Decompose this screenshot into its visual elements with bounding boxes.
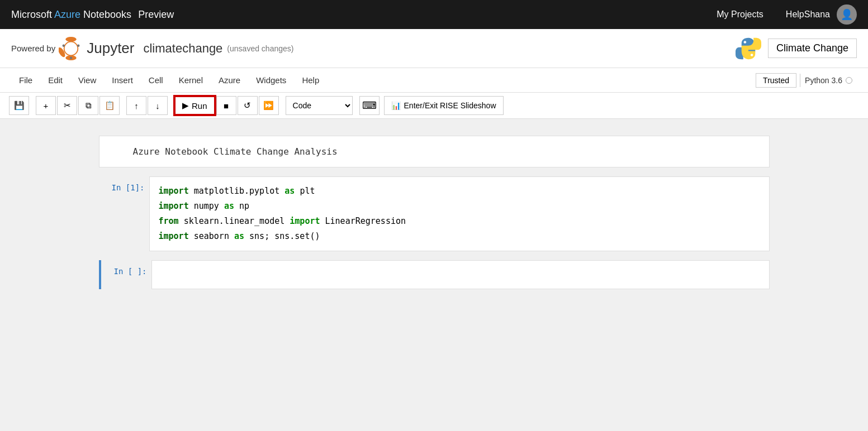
cell-type-select[interactable]: Code Markdown Raw NBConvert [286, 96, 353, 115]
markdown-cell-text: Azure Notebook Climate Change Analysis [133, 146, 338, 157]
run-icon: ▶ [182, 100, 189, 111]
top-nav-right: Shana 👤 [804, 4, 857, 25]
code-text-4: seaborn [194, 231, 234, 241]
menu-azure[interactable]: Azure [211, 71, 248, 89]
keyword-as-4: as [234, 231, 244, 241]
code-line-2: import numpy as np [159, 199, 760, 214]
paste-button[interactable]: 📋 [99, 96, 120, 115]
top-navigation: Microsoft Azure Notebooks Preview My Pro… [0, 0, 868, 29]
notebook-name[interactable]: climatechange [143, 41, 222, 56]
trusted-button[interactable]: Trusted [756, 73, 796, 88]
brand-area: Microsoft Azure Notebooks Preview [11, 9, 717, 21]
brand-text: Microsoft Azure Notebooks [11, 9, 131, 21]
help-link[interactable]: Help [786, 9, 804, 20]
run-button[interactable]: ▶ Run [174, 96, 215, 115]
keyword-as-2: as [224, 201, 234, 211]
my-projects-link[interactable]: My Projects [717, 9, 763, 20]
code-cell-1: In [1]: import matplotlib.pyplot as plt … [99, 176, 770, 251]
move-down-button[interactable]: ↓ [148, 96, 168, 115]
jupyter-logo-icon [59, 36, 83, 61]
menu-file[interactable]: File [11, 71, 40, 89]
active-cell: In [ ]: [99, 260, 770, 289]
avatar[interactable]: 👤 [837, 4, 857, 25]
slideshow-label: Enter/Exit RISE Slideshow [404, 101, 496, 110]
top-nav-links: My Projects Help [717, 9, 804, 20]
menu-widgets[interactable]: Widgets [248, 71, 294, 89]
username-label: Shana [804, 9, 830, 20]
fast-forward-icon: ⏩ [263, 100, 274, 111]
restart-icon: ↺ [244, 100, 251, 111]
menu-cell[interactable]: Cell [141, 71, 171, 89]
menu-insert[interactable]: Insert [104, 71, 141, 89]
avatar-icon: 👤 [841, 8, 853, 21]
azure-text: Azure [54, 9, 80, 20]
notebook-content: Azure Notebook Climate Change Analysis I… [99, 136, 770, 289]
code-text-3: sklearn.linear_model [184, 216, 290, 226]
save-icon: 💾 [14, 100, 25, 111]
menu-bar: File Edit View Insert Cell Kernel Azure … [0, 68, 868, 93]
save-button[interactable]: 💾 [9, 96, 29, 115]
code-text-2b: np [239, 201, 249, 211]
arrow-down-icon: ↓ [155, 101, 160, 111]
run-label: Run [192, 101, 207, 111]
code-text-3b: LinearRegression [325, 216, 406, 226]
fast-forward-button[interactable]: ⏩ [259, 96, 279, 115]
code-text-4b: sns; sns.set() [249, 231, 320, 241]
cell-2-content[interactable] [151, 260, 770, 289]
code-line-3: from sklearn.linear_model import LinearR… [159, 214, 760, 229]
bar-chart-icon: 📊 [391, 101, 401, 110]
svg-point-6 [70, 56, 72, 59]
copy-button[interactable]: ⧉ [78, 96, 98, 115]
plus-icon: + [44, 101, 49, 111]
keyword-import-4: import [159, 231, 189, 241]
markdown-cell[interactable]: Azure Notebook Climate Change Analysis [99, 136, 770, 167]
keyboard-icon: ⌨ [362, 99, 377, 112]
jupyter-header: Powered by Jupyter climatechange (unsave… [0, 29, 868, 68]
code-line-1: import matplotlib.pyplot as plt [159, 184, 760, 199]
code-text-1: matplotlib.pyplot [194, 186, 285, 196]
paste-icon: 📋 [105, 100, 115, 111]
keyword-import-2: import [159, 201, 189, 211]
keyword-from: from [159, 216, 179, 226]
stop-icon: ■ [224, 101, 229, 111]
code-line-4: import seaborn as sns; sns.set() [159, 229, 760, 244]
jupyter-text: Jupyter [87, 40, 134, 57]
notebook-area: Azure Notebook Climate Change Analysis I… [0, 119, 868, 398]
unsaved-label: (unsaved changes) [227, 44, 293, 53]
svg-point-3 [64, 41, 78, 55]
cut-button[interactable]: ✂ [57, 96, 77, 115]
keyword-import-1: import [159, 186, 189, 196]
toolbar: 💾 + ✂ ⧉ 📋 ↑ ↓ ▶ Run ■ ↺ ⏩ Code Markdown … [0, 93, 868, 119]
kernel-name-button[interactable]: Climate Change [768, 39, 857, 58]
svg-point-4 [63, 44, 65, 46]
kernel-status-circle [846, 77, 852, 84]
slideshow-button[interactable]: 📊 Enter/Exit RISE Slideshow [384, 96, 504, 115]
menu-edit[interactable]: Edit [40, 71, 70, 89]
move-up-button[interactable]: ↑ [126, 96, 146, 115]
keyboard-button[interactable]: ⌨ [359, 96, 380, 115]
keyword-import-3: import [290, 216, 320, 226]
menu-view[interactable]: View [70, 71, 104, 89]
menu-kernel[interactable]: Kernel [171, 71, 211, 89]
copy-icon: ⧉ [86, 100, 92, 111]
svg-point-5 [77, 44, 79, 46]
menu-help[interactable]: Help [294, 71, 327, 89]
powered-by-area: Powered by Jupyter [11, 36, 134, 61]
svg-point-8 [751, 54, 753, 56]
cell-2-label: In [ ]: [101, 260, 151, 289]
header-right: Climate Change [736, 36, 857, 61]
kernel-version-label: Python 3.6 [805, 76, 842, 85]
add-cell-button[interactable]: + [36, 96, 56, 115]
cell-1-label: In [1]: [99, 176, 149, 251]
powered-by-text: Powered by [11, 44, 55, 53]
svg-point-7 [743, 41, 746, 44]
kernel-info-area: Python 3.6 [800, 74, 857, 87]
cell-1-content[interactable]: import matplotlib.pyplot as plt import n… [149, 176, 770, 251]
menu-items: File Edit View Insert Cell Kernel Azure … [11, 71, 756, 89]
arrow-up-icon: ↑ [134, 101, 139, 111]
restart-button[interactable]: ↺ [238, 96, 258, 115]
svg-point-0 [66, 36, 77, 41]
code-text-1b: plt [300, 186, 315, 196]
stop-button[interactable]: ■ [216, 96, 236, 115]
python-logo-icon [736, 36, 761, 61]
